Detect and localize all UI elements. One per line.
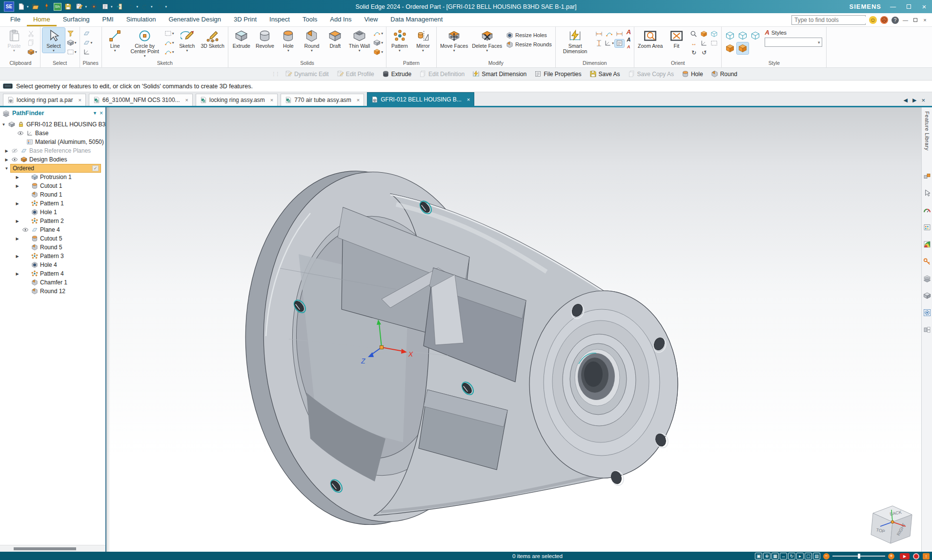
line-button[interactable]: Line▾ <box>104 28 126 53</box>
menu-view[interactable]: View <box>358 13 384 26</box>
draft-button[interactable]: Draft <box>324 28 346 49</box>
scrollbar-thumb[interactable] <box>14 547 76 550</box>
3d-viewport[interactable]: X Z BACK TOP RIGHT <box>106 107 921 552</box>
feedback-smile-icon[interactable]: ☺ <box>869 16 877 24</box>
dimension-options-button[interactable]: ▾ <box>603 40 615 47</box>
tree-feature-cutout-5[interactable]: ▶Cutout 5 <box>0 234 105 243</box>
pathfinder-close-icon[interactable]: × <box>100 110 103 117</box>
view-cube[interactable]: BACK TOP RIGHT <box>871 506 912 543</box>
tree-root[interactable]: ▼GFRI-012 BELL HOUSING B3HD S <box>0 120 105 129</box>
rotate-icon[interactable]: ↻ <box>691 49 696 56</box>
menu-generative-design[interactable]: Generative Design <box>162 13 227 26</box>
dropdown-arrow-icon[interactable]: ▾ <box>27 5 29 9</box>
configuration-icon[interactable] <box>923 326 931 334</box>
move-faces-button[interactable]: Move Faces▾ <box>439 28 469 53</box>
performance-gauge-icon[interactable] <box>923 206 931 214</box>
link-icon[interactable] <box>923 258 931 265</box>
bodies-icon[interactable] <box>923 292 931 300</box>
eye-off-icon[interactable] <box>11 147 18 154</box>
tab-770-air-tube[interactable]: 770 air tube assy.asm× <box>281 94 364 106</box>
status-zoom-icon[interactable]: ⊕ <box>763 553 770 560</box>
tree-feature-pattern-1[interactable]: ▶Pattern 1 <box>0 199 105 208</box>
close-button[interactable]: × <box>920 2 928 11</box>
settings-icon[interactable] <box>89 2 98 11</box>
video-button[interactable]: ▶ <box>900 553 910 560</box>
menu-data-management[interactable]: Data Management <box>384 13 449 26</box>
dropdown-arrow-icon[interactable]: ▾ <box>85 5 87 9</box>
dimension-style-button[interactable] <box>615 40 624 47</box>
tab-66-3100m[interactable]: 66_3100M_NFM OCS 3100...× <box>89 94 193 106</box>
status-window-icon[interactable]: ▢ <box>805 553 812 560</box>
hidden-edges-style-button[interactable] <box>737 30 749 41</box>
find-tools-input[interactable] <box>794 17 870 23</box>
tab-list-close-icon[interactable]: × <box>921 97 925 104</box>
circle-by-center-point-button[interactable]: Circle by Center Point▾ <box>127 28 162 58</box>
redo-icon[interactable] <box>141 2 149 11</box>
menu-home[interactable]: Home <box>27 13 57 26</box>
smart-dimension-button[interactable]: Smart Dimension <box>558 28 593 55</box>
menu-surfacing[interactable]: Surfacing <box>57 13 96 26</box>
new-document-icon[interactable] <box>17 2 25 11</box>
hole-command-button[interactable]: Hole <box>678 68 707 80</box>
fit-button[interactable]: Fit <box>665 28 688 49</box>
plane-button[interactable] <box>82 29 94 38</box>
open-icon[interactable] <box>31 2 40 11</box>
select-button[interactable]: Select▾ <box>42 28 65 53</box>
coordinate-dimension-icon[interactable] <box>616 30 623 38</box>
menu-3d-print[interactable]: 3D Print <box>227 13 263 26</box>
menu-simulation[interactable]: Simulation <box>120 13 162 26</box>
pathfinder-collapse-icon[interactable]: ▼ <box>93 111 97 116</box>
tree-item-ordered[interactable]: ▼Ordered✓ <box>0 164 105 173</box>
paste-button[interactable]: Paste▾ <box>3 28 25 53</box>
feedback-frown-icon[interactable]: ☹ <box>880 16 888 24</box>
cut-button[interactable] <box>26 29 38 38</box>
dropdown-arrow-icon[interactable]: ▾ <box>151 5 153 9</box>
status-fit-icon[interactable]: ▦ <box>771 553 779 560</box>
menu-file[interactable]: File <box>4 13 27 26</box>
tree-feature-round-12[interactable]: Round 12 <box>0 287 105 296</box>
toolbar-grip[interactable]: ⋮⋮ <box>269 71 281 77</box>
extrude-button[interactable]: Extrude <box>230 28 253 49</box>
tab-locking-ring-assy[interactable]: locking ring assy.asm× <box>196 94 278 106</box>
spin-icon[interactable]: ↺ <box>702 49 707 56</box>
tree-item-design-bodies[interactable]: ▶Design Bodies <box>0 155 105 164</box>
dropdown-arrow-icon[interactable]: ▾ <box>111 5 113 9</box>
tab-gfri-012-bell-housing[interactable]: GFRI-012 BELL HOUSING B...× <box>367 92 474 106</box>
tree-item-base-reference-planes[interactable]: ▶Base Reference Planes <box>0 146 105 155</box>
file-properties-button[interactable]: File Properties <box>530 68 585 80</box>
visible-edges-style-button[interactable] <box>724 30 736 41</box>
upload-button[interactable]: ↑ <box>923 553 930 560</box>
menu-tools[interactable]: Tools <box>296 13 324 26</box>
tree-feature-hole-1[interactable]: Hole 1 <box>0 208 105 217</box>
tab-close-icon[interactable]: × <box>357 97 360 103</box>
status-pan-icon[interactable]: ↔ <box>780 553 787 560</box>
tree-feature-cutout-1[interactable]: ▶Cutout 1 <box>0 181 105 190</box>
eye-icon[interactable] <box>22 226 29 233</box>
select-options-button[interactable]: ▾ <box>66 38 78 47</box>
pattern-button[interactable]: Pattern▾ <box>388 28 411 53</box>
save-icon[interactable] <box>64 2 73 11</box>
tab-close-icon[interactable]: × <box>78 97 81 103</box>
resize-holes-button[interactable]: Resize Holes <box>505 31 553 40</box>
feature-library-tab[interactable]: Feature Library <box>924 111 930 151</box>
zoom-out-button[interactable]: − <box>823 553 830 560</box>
tree-feature-plane-4[interactable]: Plane 4 <box>0 225 105 234</box>
edit-definition-button[interactable]: Edit Definition <box>415 68 468 80</box>
status-select-icon[interactable]: ▸ <box>796 553 804 560</box>
zoom-in-button[interactable]: + <box>888 553 894 560</box>
tree-feature-round-1[interactable]: Round 1 <box>0 190 105 199</box>
arc-button[interactable]: ▾ <box>163 38 175 47</box>
rotate-view-icon[interactable] <box>700 30 708 38</box>
mirror-button[interactable]: Mirror▾ <box>412 28 434 53</box>
tree-feature-hole-4[interactable]: Hole 4 <box>0 260 105 269</box>
round-button[interactable]: Round▾ <box>301 28 323 53</box>
pathfinder-hscrollbar[interactable] <box>0 545 105 552</box>
close-document-icon[interactable] <box>115 2 124 11</box>
sketch-button[interactable]: Sketch▾ <box>176 28 198 53</box>
copy-button[interactable] <box>26 38 38 47</box>
tab-close-icon[interactable]: × <box>270 97 273 103</box>
restore-button[interactable] <box>905 3 912 10</box>
smart-dimension-command-button[interactable]: Smart Dimension <box>468 68 530 80</box>
delete-faces-button[interactable]: Delete Faces▾ <box>470 28 504 53</box>
text-shrink-icon[interactable]: A <box>627 43 630 50</box>
